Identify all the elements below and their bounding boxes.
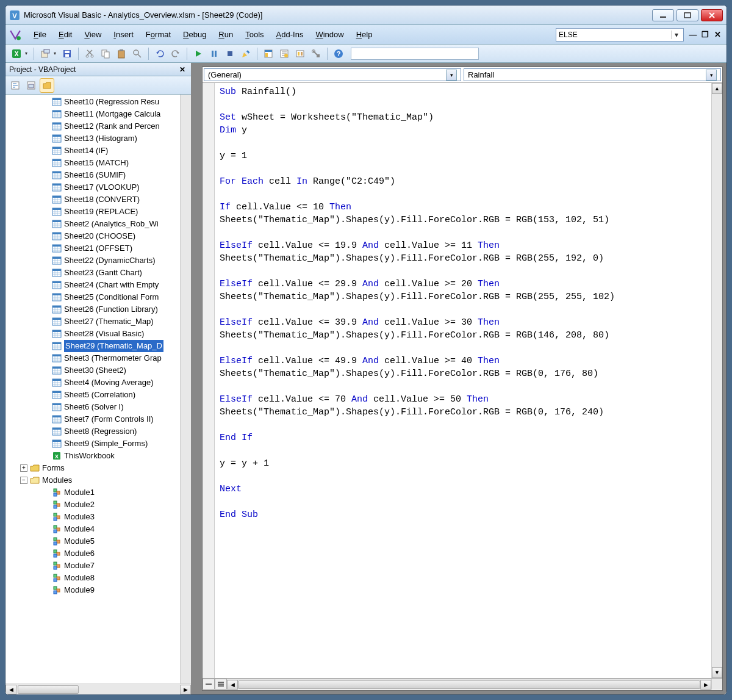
tree-item-module[interactable]: Module1 (8, 486, 191, 499)
project-explorer-button[interactable] (261, 46, 276, 61)
tree-item-sheet[interactable]: Sheet7 (Form Controls II) (8, 413, 191, 425)
tree-item-sheet[interactable]: XThisWorkbook (8, 450, 191, 462)
maximize-button[interactable] (676, 9, 698, 21)
menu-add-ins[interactable]: Add-Ins (270, 27, 310, 41)
menu-insert[interactable]: Insert (107, 27, 140, 41)
excel-button[interactable]: X (9, 46, 24, 61)
paste-button[interactable] (114, 46, 129, 61)
dropdown-icon[interactable]: ▾ (446, 70, 457, 81)
menu-run[interactable]: Run (212, 27, 239, 41)
toolbox-button[interactable] (309, 46, 323, 61)
minimize-button[interactable] (652, 9, 674, 21)
tree-item-sheet[interactable]: Sheet6 (Solver I) (8, 401, 191, 413)
code-margin[interactable] (203, 83, 215, 678)
help-search-combo[interactable]: ELSE ▾ (556, 28, 684, 41)
scroll-right-icon[interactable]: ▶ (180, 685, 191, 695)
menu-help[interactable]: Help (350, 27, 379, 41)
code-vertical-scrollbar[interactable]: ▲ ▼ (711, 83, 722, 678)
menu-view[interactable]: View (78, 27, 107, 41)
tree-item-sheet[interactable]: Sheet25 (Conditional Form (8, 291, 191, 303)
tree-item-sheet[interactable]: Sheet27 (Thematic_Map) (8, 316, 191, 328)
menu-window[interactable]: Window (309, 27, 350, 41)
mdi-minimize-button[interactable]: — (687, 29, 698, 40)
tree-item-sheet[interactable]: Sheet21 (OFFSET) (8, 242, 191, 254)
pane-close-button[interactable]: ✕ (178, 65, 187, 74)
tree-item-sheet[interactable]: Sheet18 (CONVERT) (8, 193, 191, 206)
tree-item-sheet[interactable]: Sheet28 (Visual Basic) (8, 328, 191, 340)
view-code-button[interactable] (8, 78, 23, 93)
tree-item-sheet[interactable]: Sheet19 (REPLACE) (8, 206, 191, 218)
code-editor[interactable]: Sub Rainfall() Set wSheet = Worksheets("… (215, 83, 711, 678)
tree-item-sheet[interactable]: Sheet16 (SUMIF) (8, 169, 191, 181)
tree-item-sheet[interactable]: Sheet26 (Function Library) (8, 303, 191, 316)
procedure-combo[interactable]: Rainfall ▾ (464, 68, 721, 81)
redo-button[interactable] (168, 46, 183, 61)
undo-button[interactable] (152, 46, 167, 61)
tree-item-sheet[interactable]: Sheet14 (IF) (8, 145, 191, 157)
tree-folder-modules[interactable]: −Modules (8, 474, 191, 486)
scroll-left-icon[interactable]: ◀ (5, 685, 16, 695)
tree-item-sheet[interactable]: Sheet30 (Sheet2) (8, 364, 191, 377)
save-button[interactable] (60, 46, 74, 61)
tree-horizontal-scrollbar[interactable]: ◀ ▶ (5, 684, 191, 695)
tree-item-module[interactable]: Module3 (8, 511, 191, 523)
tree-item-sheet[interactable]: Sheet3 (Thermometer Grap (8, 352, 191, 364)
tree-item-sheet[interactable]: Sheet15 (MATCH) (8, 157, 191, 169)
tree-item-sheet[interactable]: Sheet23 (Gantt Chart) (8, 267, 191, 279)
tree-item-module[interactable]: Module7 (8, 560, 191, 572)
full-module-view-button[interactable] (215, 679, 227, 690)
tree-item-sheet[interactable]: Sheet4 (Moving Average) (8, 377, 191, 389)
tree-item-module[interactable]: Module4 (8, 523, 191, 535)
tree-item-module[interactable]: Module8 (8, 572, 191, 584)
tree-item-sheet[interactable]: Sheet22 (DynamicCharts) (8, 254, 191, 267)
tree-vertical-scrollbar[interactable] (180, 95, 191, 684)
menu-tools[interactable]: Tools (239, 27, 270, 41)
find-button[interactable] (130, 46, 145, 61)
properties-button[interactable] (277, 46, 292, 61)
tree-item-module[interactable]: Module5 (8, 535, 191, 547)
tree-item-sheet[interactable]: Sheet20 (CHOOSE) (8, 230, 191, 242)
dropdown-icon[interactable]: ▾ (706, 70, 717, 81)
toggle-folders-button[interactable] (40, 78, 54, 93)
tree-item-sheet[interactable]: Sheet9 (Simple_Forms) (8, 438, 191, 450)
tree-item-sheet[interactable]: Sheet17 (VLOOKUP) (8, 181, 191, 193)
menu-edit[interactable]: Edit (52, 27, 78, 41)
tree-item-sheet[interactable]: Sheet8 (Regression) (8, 425, 191, 438)
stop-button[interactable] (223, 46, 237, 61)
mdi-restore-button[interactable]: ❐ (700, 29, 711, 40)
tree-item-sheet[interactable]: Sheet5 (Correlation) (8, 389, 191, 401)
tree-item-sheet[interactable]: Sheet10 (Regression Resu (8, 96, 191, 108)
dropdown-icon[interactable]: ▾ (25, 51, 30, 56)
tree-item-module[interactable]: Module6 (8, 547, 191, 560)
dropdown-icon[interactable]: ▾ (671, 31, 681, 39)
titlebar[interactable]: V Microsoft Visual Basic - Analytics_Ove… (5, 5, 727, 25)
insert-button[interactable] (38, 46, 52, 61)
scroll-up-icon[interactable]: ▲ (712, 83, 722, 94)
object-combo[interactable]: (General) ▾ (204, 68, 461, 81)
mdi-close-button[interactable]: ✕ (712, 29, 723, 40)
run-button[interactable] (191, 46, 206, 61)
scroll-right-icon[interactable]: ▶ (700, 680, 711, 690)
menu-format[interactable]: Format (140, 27, 177, 41)
dropdown-icon[interactable]: ▾ (54, 51, 59, 56)
project-tree[interactable]: Sheet10 (Regression ResuSheet11 (Mortgag… (5, 95, 191, 684)
object-browser-button[interactable] (293, 46, 307, 61)
tree-item-sheet[interactable]: Sheet29 (Thematic_Map_D (8, 340, 191, 352)
design-mode-button[interactable] (239, 46, 253, 61)
tree-item-sheet[interactable]: Sheet24 (Chart with Empty (8, 279, 191, 291)
menu-file[interactable]: File (27, 27, 52, 41)
close-button[interactable] (701, 9, 723, 21)
scroll-down-icon[interactable]: ▼ (712, 667, 722, 678)
code-horizontal-scrollbar[interactable]: ◀ ▶ (227, 679, 711, 690)
tree-item-sheet[interactable]: Sheet2 (Analytics_Rob_Wi (8, 218, 191, 230)
tree-item-sheet[interactable]: Sheet11 (Mortgage Calcula (8, 108, 191, 120)
tree-folder-forms[interactable]: +Forms (8, 462, 191, 474)
cut-button[interactable] (82, 46, 97, 61)
tree-item-module[interactable]: Module9 (8, 584, 191, 596)
copy-button[interactable] (98, 46, 113, 61)
menu-debug[interactable]: Debug (177, 27, 212, 41)
tree-item-sheet[interactable]: Sheet12 (Rank and Percen (8, 120, 191, 132)
project-pane-titlebar[interactable]: Project - VBAProject ✕ (5, 63, 191, 76)
scroll-left-icon[interactable]: ◀ (227, 680, 238, 690)
view-object-button[interactable] (24, 78, 38, 93)
